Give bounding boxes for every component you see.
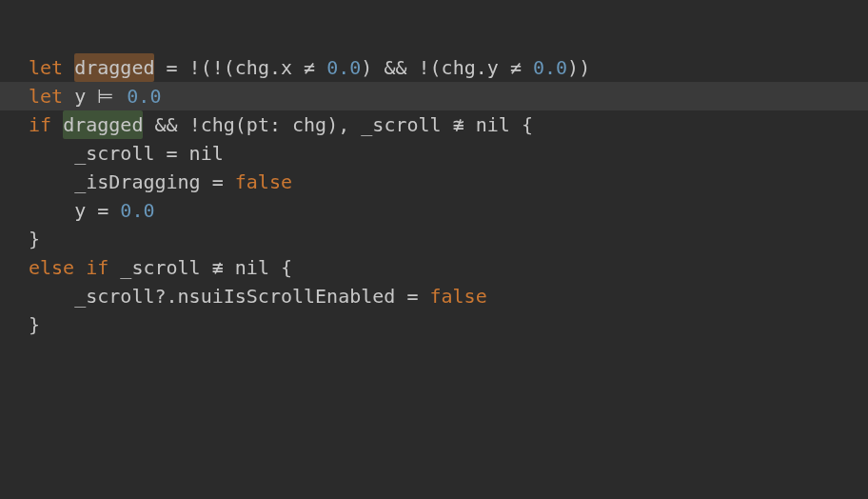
lparen: ( [235, 110, 247, 139]
code-line[interactable]: _scroll = nil [0, 139, 868, 168]
op-assign: = [406, 282, 418, 310]
dot: . [476, 53, 487, 82]
op-not: ! [419, 53, 430, 82]
identifier-nsuiIsScrollEnabled: nsuiIsScrollEnabled [178, 282, 396, 310]
lparen: ( [201, 53, 212, 82]
identifier-y: y [74, 82, 86, 110]
indent [29, 196, 74, 225]
literal-false: false [235, 168, 292, 196]
identifier-dragged: dragged [63, 110, 143, 139]
keyword-let: let [29, 53, 63, 82]
literal-nil: nil [476, 110, 510, 139]
identifier-scroll: _scroll [120, 253, 200, 282]
literal-false: false [429, 282, 486, 310]
rparen: ) [326, 110, 338, 139]
comma: , [338, 110, 349, 139]
identifier-chg: chg [292, 110, 326, 139]
op-and: && [154, 110, 177, 139]
identifier-y: y [74, 196, 86, 225]
op-not: ! [189, 53, 201, 82]
dot: . [167, 282, 178, 310]
keyword-if: if [29, 110, 51, 139]
identifier-chg: chg [201, 110, 235, 139]
literal-nil: nil [189, 139, 224, 168]
code-line[interactable]: _scroll?.nsuiIsScrollEnabled = false [0, 282, 868, 310]
lbrace: { [281, 253, 292, 282]
literal-nil: nil [235, 253, 269, 282]
identifier-dragged: dragged [74, 53, 154, 82]
identifier-scroll: _scroll [74, 139, 154, 168]
number-zero: 0.0 [326, 53, 361, 82]
code-line[interactable]: y = 0.0 [0, 196, 868, 225]
code-line[interactable]: else if _scroll ≢ nil { [0, 253, 868, 282]
code-line[interactable]: let dragged = !(!(chg.x ≠ 0.0) && !(chg.… [0, 53, 868, 82]
dot: . [269, 53, 281, 82]
keyword-if: if [86, 253, 108, 282]
identifier-scroll: _scroll [361, 110, 441, 139]
rbrace: } [29, 225, 40, 253]
code-line-current[interactable]: let y ⊨ 0.0 [0, 82, 868, 110]
op-not: ! [189, 110, 201, 139]
identifier-y: y [487, 53, 499, 82]
keyword-let: let [29, 82, 63, 110]
identifier-chg: chg [235, 53, 269, 82]
op-ncongr: ≇ [453, 110, 464, 139]
code-line[interactable]: _isDragging = false [0, 168, 868, 196]
op-ne: ≠ [510, 53, 522, 82]
rparen: ) [567, 53, 579, 82]
number-zero: 0.0 [127, 82, 161, 110]
text-cursor [113, 86, 115, 107]
colon: : [269, 110, 281, 139]
identifier-x: x [281, 53, 292, 82]
code-line[interactable]: if dragged && !chg(pt: chg), _scroll ≇ n… [0, 110, 868, 139]
op-not: ! [212, 53, 224, 82]
code-editor[interactable]: let dragged = !(!(chg.x ≠ 0.0) && !(chg.… [0, 53, 868, 339]
indent [29, 139, 74, 168]
indent [29, 168, 74, 196]
lparen: ( [430, 53, 442, 82]
identifier-scroll: _scroll [74, 282, 154, 310]
op-assign: = [212, 168, 224, 196]
number-zero: 0.0 [120, 196, 154, 225]
indent [29, 282, 74, 310]
op-qmark: ? [154, 282, 166, 310]
rbrace: } [29, 310, 40, 339]
code-line[interactable]: } [0, 310, 868, 339]
identifier-chg: chg [442, 53, 476, 82]
rparen: ) [579, 53, 590, 82]
lbrace: { [522, 110, 533, 139]
code-line[interactable]: } [0, 225, 868, 253]
param-pt: pt [247, 110, 269, 139]
op-ne: ≠ [304, 53, 315, 82]
lparen: ( [224, 53, 235, 82]
op-assign: = [167, 139, 178, 168]
op-assign: = [97, 196, 108, 225]
number-zero: 0.0 [533, 53, 567, 82]
op-equiv: ⊨ [97, 82, 113, 110]
identifier-isDragging: _isDragging [74, 168, 200, 196]
op-nequiv: ≢ [212, 253, 224, 282]
keyword-else: else [29, 253, 74, 282]
op-and: && [384, 53, 406, 82]
op-assign: = [167, 53, 178, 82]
rparen: ) [361, 53, 372, 82]
